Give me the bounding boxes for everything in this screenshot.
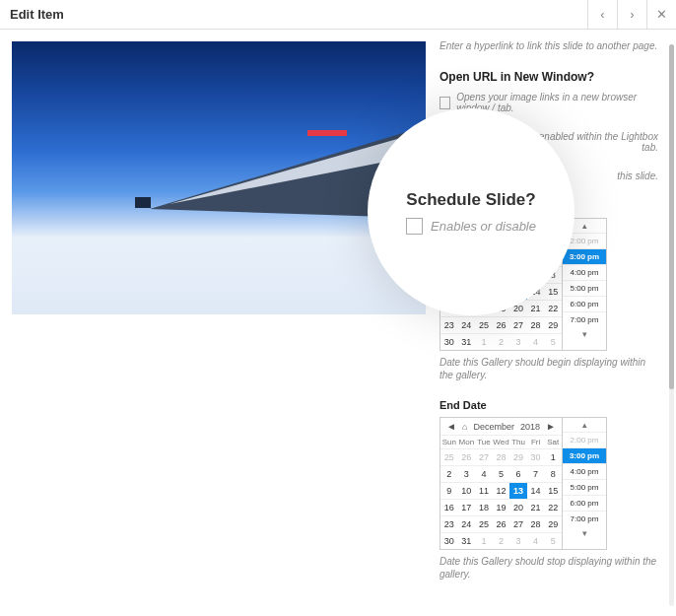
cal-day[interactable]: 4: [527, 533, 545, 550]
cal-day[interactable]: 31: [458, 533, 476, 550]
cal-day[interactable]: 14: [527, 483, 545, 500]
time-down[interactable]: ▾: [563, 526, 606, 540]
cal-year[interactable]: 2018: [520, 422, 540, 432]
scrollbar[interactable]: [669, 44, 674, 606]
cal-day[interactable]: 23: [440, 516, 458, 533]
cal-day[interactable]: 10: [458, 483, 476, 500]
open-url-section-title: Open URL in New Window?: [439, 70, 658, 84]
cal-day[interactable]: 1: [475, 533, 493, 550]
schedule-slide-label: Enables or disable: [431, 219, 536, 234]
cal-day[interactable]: 22: [544, 301, 562, 317]
cal-month[interactable]: December: [473, 422, 514, 432]
cal-day[interactable]: 30: [440, 533, 458, 550]
hyperlink-help: Enter a hyperlink to link this slide to …: [439, 39, 658, 52]
next-button[interactable]: ›: [617, 0, 646, 30]
cal-day[interactable]: 27: [509, 516, 527, 533]
cal-day[interactable]: 8: [544, 466, 562, 483]
time-down[interactable]: ▾: [563, 327, 606, 341]
cal-day[interactable]: 26: [493, 317, 510, 334]
cal-day[interactable]: 4: [527, 334, 545, 351]
cal-day[interactable]: 1: [475, 334, 493, 351]
cal-day[interactable]: 29: [544, 516, 562, 533]
cal-day[interactable]: 3: [509, 533, 527, 550]
cal-dow: Fri: [527, 436, 545, 449]
cal-day[interactable]: 27: [475, 449, 493, 466]
cal-day[interactable]: 23: [440, 317, 458, 334]
start-date-help: Date this Gallery should begin displayin…: [439, 356, 658, 381]
cal-day[interactable]: 29: [544, 317, 562, 334]
cal-day[interactable]: 31: [458, 334, 476, 351]
cal-day[interactable]: 28: [527, 317, 545, 334]
cal-day[interactable]: 25: [475, 317, 493, 334]
cal-day[interactable]: 17: [458, 500, 476, 516]
cal-day[interactable]: 20: [509, 500, 527, 516]
cal-day[interactable]: 5: [544, 533, 562, 550]
cal-day[interactable]: 24: [458, 317, 476, 334]
cal-day[interactable]: 19: [493, 500, 510, 516]
time-option[interactable]: 6:00 pm: [563, 296, 606, 311]
time-option[interactable]: 7:00 pm: [563, 311, 606, 327]
cal-day[interactable]: 2: [493, 533, 510, 550]
cal-day[interactable]: 3: [509, 334, 527, 351]
cal-day[interactable]: 28: [493, 449, 510, 466]
time-option[interactable]: 3:00 pm: [563, 248, 606, 264]
cal-dow: Thu: [509, 436, 527, 449]
page-title: Edit Item: [0, 7, 587, 22]
cal-day[interactable]: 30: [440, 334, 458, 351]
cal-day[interactable]: 5: [544, 334, 562, 351]
time-option[interactable]: 6:00 pm: [563, 495, 606, 511]
time-option[interactable]: 3:00 pm: [563, 447, 606, 463]
cal-day[interactable]: 25: [475, 516, 493, 533]
time-option[interactable]: 5:00 pm: [563, 479, 606, 495]
cal-day[interactable]: 27: [509, 317, 527, 334]
cal-day[interactable]: 5: [493, 466, 510, 483]
cal-day[interactable]: 15: [544, 483, 562, 500]
cal-day[interactable]: 3: [458, 466, 476, 483]
cal-prev[interactable]: ◄: [446, 421, 456, 432]
cal-day[interactable]: 6: [509, 466, 527, 483]
close-button[interactable]: ✕: [646, 0, 676, 30]
time-option[interactable]: 5:00 pm: [563, 280, 606, 296]
cal-next[interactable]: ►: [546, 421, 556, 432]
cal-day[interactable]: 22: [544, 500, 562, 516]
end-date-help: Date this Gallery should stop displaying…: [439, 555, 658, 581]
cal-day[interactable]: 30: [527, 449, 545, 466]
time-option[interactable]: 4:00 pm: [563, 264, 606, 280]
time-option[interactable]: 2:00 pm: [563, 432, 606, 447]
cal-day[interactable]: 21: [527, 301, 545, 317]
home-icon[interactable]: ⌂: [462, 422, 467, 432]
time-up[interactable]: ▴: [563, 418, 606, 432]
cal-day[interactable]: 12: [493, 483, 510, 500]
end-date-section: End Date ◄⌂December2018►SunMonTueWedThuF…: [439, 399, 658, 581]
open-url-checkbox[interactable]: [439, 97, 450, 109]
cal-day[interactable]: 9: [440, 483, 458, 500]
cal-day[interactable]: 26: [493, 516, 510, 533]
cal-day[interactable]: 16: [440, 500, 458, 516]
slide-preview-image: [12, 41, 426, 314]
cal-day[interactable]: 15: [544, 284, 562, 301]
cal-day[interactable]: 28: [527, 516, 545, 533]
magnifier-overlay: Schedule Slide? Enables or disable: [368, 108, 575, 315]
end-date-widget: ◄⌂December2018►SunMonTueWedThuFriSat2526…: [439, 417, 607, 550]
time-option[interactable]: 4:00 pm: [563, 463, 606, 479]
cal-day[interactable]: 13: [509, 483, 527, 500]
cal-dow: Mon: [458, 436, 476, 449]
cal-dow: Sun: [440, 436, 458, 449]
cal-day[interactable]: 7: [527, 466, 545, 483]
cal-day[interactable]: 2: [493, 334, 510, 351]
cal-day[interactable]: 26: [458, 449, 476, 466]
prev-button[interactable]: ‹: [587, 0, 617, 30]
cal-day[interactable]: 1: [544, 449, 562, 466]
cal-day[interactable]: 24: [458, 516, 476, 533]
cal-day[interactable]: 21: [527, 500, 545, 516]
cal-dow: Tue: [475, 436, 493, 449]
cal-day[interactable]: 2: [440, 466, 458, 483]
cal-day[interactable]: 18: [475, 500, 493, 516]
time-option[interactable]: 7:00 pm: [563, 511, 606, 526]
cal-day[interactable]: 11: [475, 483, 493, 500]
svg-rect-3: [307, 130, 347, 136]
cal-day[interactable]: 25: [440, 449, 458, 466]
cal-day[interactable]: 4: [475, 466, 493, 483]
schedule-slide-checkbox[interactable]: [406, 218, 423, 235]
cal-day[interactable]: 29: [509, 449, 527, 466]
